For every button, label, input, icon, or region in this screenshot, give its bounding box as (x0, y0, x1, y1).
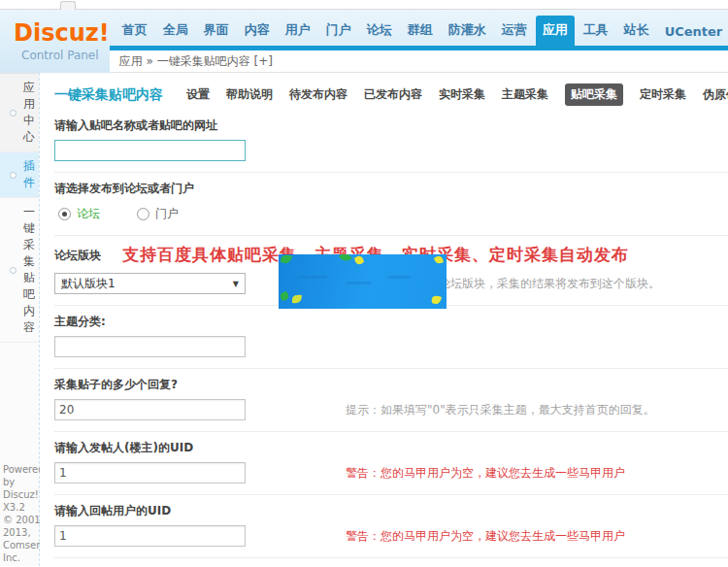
bullet-circle-icon (10, 172, 17, 179)
forum-block-label: 论坛版块 (54, 248, 101, 264)
tab[interactable]: 待发布内容 (289, 86, 347, 103)
radio-forum-label: 论坛 (77, 206, 100, 222)
nav-item[interactable]: 门户 (319, 16, 358, 46)
tieba-name-input[interactable] (54, 140, 246, 161)
sidebar: 应用中心 插件 一键采集贴吧内容 Powered by Discuz! X3.2… (0, 73, 40, 566)
field-tieba-name: 请输入贴吧名称或者贴吧的网址 (54, 110, 728, 173)
bullet-circle-icon (10, 110, 17, 117)
radio-forum[interactable]: 论坛 (58, 206, 100, 222)
sidebar-item[interactable]: 插件 (0, 152, 39, 198)
nav-item[interactable]: 群组 (401, 16, 440, 46)
chevron-down-icon: ▼ (233, 280, 239, 288)
sidebar-menu: 应用中心 插件 一键采集贴吧内容 (0, 73, 39, 343)
nav-item[interactable]: 防灌水 (442, 16, 493, 46)
poster-uid-input[interactable] (54, 462, 246, 484)
top-nav: 首页全局界面内容用户门户论坛群组防灌水运营应用工具站长UCenter (110, 10, 728, 46)
nav-item[interactable]: 内容 (238, 16, 277, 46)
tab[interactable]: 实时采集 (439, 86, 485, 103)
browser-edge-strip (0, 0, 728, 10)
radio-portal[interactable]: 门户 (137, 206, 179, 222)
radio-selected-icon (58, 208, 71, 220)
topic-category-input[interactable] (54, 336, 246, 357)
field-replier-uid: 请输入回帖用户的UID 警告：您的马甲用户为空，建议您去生成一些马甲用户 (54, 495, 728, 558)
bullet-circle-icon (10, 267, 17, 274)
tieba-name-label: 请输入贴吧名称或者贴吧的网址 (54, 117, 728, 134)
tab[interactable]: 设置 (186, 86, 210, 103)
body: 应用中心 插件 一键采集贴吧内容 Powered by Discuz! X3.2… (0, 73, 728, 566)
nav-item[interactable]: 全局 (156, 16, 195, 46)
publish-target-label: 请选择发布到论坛或者门户 (54, 181, 728, 197)
nav-item[interactable]: 应用 (536, 16, 575, 46)
nav-item[interactable]: 首页 (116, 16, 154, 46)
breadcrumb: 应用 » 一键采集贴吧内容 [+] (110, 50, 728, 73)
nav-item[interactable]: 论坛 (360, 16, 399, 46)
field-poster-uid: 请输入发帖人(楼主)的UID 警告：您的马甲用户为空，建议您去生成一些马甲用户 (54, 432, 728, 495)
forum-block-selected-value: 默认版块1 (61, 276, 116, 292)
radio-portal-label: 门户 (155, 206, 179, 222)
title-row: 一键采集贴吧内容 设置帮助说明待发布内容已发布内容实时采集主题采集贴吧采集定时采… (54, 83, 728, 106)
logo-block: Discuz! Control Panel (0, 10, 110, 73)
discuz-logo: Discuz! (14, 19, 110, 47)
promo-banner-image (279, 254, 447, 309)
leaf-decorations (281, 254, 444, 304)
nav-item[interactable]: 站长 (617, 16, 656, 46)
header: Discuz! Control Panel 首页全局界面内容用户门户论坛群组防灌… (0, 10, 728, 73)
nav-item[interactable]: 工具 (577, 16, 615, 46)
tab[interactable]: 贴吧采集 (565, 83, 623, 106)
plugin-tabs: 设置帮助说明待发布内容已发布内容实时采集主题采集贴吧采集定时采集伪原创注册马甲管… (186, 83, 728, 106)
nav-item[interactable]: 界面 (197, 16, 236, 46)
sidebar-item-label: 一键采集贴吧内容 (23, 204, 35, 336)
field-publish-target: 请选择发布到论坛或者门户 论坛 门户 (54, 173, 728, 236)
reply-count-label: 采集贴子的多少个回复? (54, 377, 728, 393)
replier-uid-input[interactable] (54, 525, 246, 547)
replier-uid-label: 请输入回帖用户的UID (54, 503, 728, 519)
nav-item[interactable]: 用户 (279, 16, 317, 46)
field-reply-count: 采集贴子的多少个回复? 提示：如果填写"0"表示只采集主题，最大支持首页的回复。 (54, 369, 728, 432)
reply-count-input[interactable] (54, 399, 246, 420)
poster-uid-warning: 警告：您的马甲用户为空，建议您去生成一些马甲用户 (346, 465, 625, 482)
forum-block-select[interactable]: 默认版块1 ▼ (54, 273, 246, 294)
replier-uid-warning: 警告：您的马甲用户为空，建议您去生成一些马甲用户 (346, 528, 625, 545)
control-panel-label: Control Panel (21, 49, 110, 62)
reply-count-hint: 提示：如果填写"0"表示只采集主题，最大支持首页的回复。 (346, 402, 655, 418)
sidebar-item-label: 应用中心 (23, 80, 35, 146)
sidebar-item-label: 插件 (23, 158, 35, 191)
tab[interactable]: 主题采集 (502, 86, 548, 103)
nav-item[interactable]: 运营 (495, 16, 534, 46)
tab[interactable]: 定时采集 (640, 86, 686, 103)
browser-tab-artifact (60, 1, 76, 10)
radio-unselected-icon (137, 208, 149, 220)
field-topic-category: 主题分类: (54, 306, 728, 369)
nav-area: 首页全局界面内容用户门户论坛群组防灌水运营应用工具站长UCenter 应用 » … (110, 10, 728, 73)
nav-item[interactable]: UCenter (658, 18, 728, 46)
field-reply-duration: 回帖的总时长(单位秒) 提示：这儿的数值越大，表示回帖时间间隔也越大 (54, 558, 728, 567)
main-content: 一键采集贴吧内容 设置帮助说明待发布内容已发布内容实时采集主题采集贴吧采集定时采… (40, 73, 728, 566)
tab[interactable]: 伪原创 (703, 86, 728, 103)
sidebar-item[interactable]: 应用中心 (0, 73, 39, 152)
tab[interactable]: 帮助说明 (226, 86, 273, 103)
poster-uid-label: 请输入发帖人(楼主)的UID (54, 440, 728, 456)
discuz-admin-page: Discuz! Control Panel 首页全局界面内容用户门户论坛群组防灌… (0, 0, 728, 567)
tab[interactable]: 已发布内容 (364, 86, 422, 103)
sidebar-item[interactable]: 一键采集贴吧内容 (0, 198, 39, 343)
page-title: 一键采集贴吧内容 (54, 86, 163, 104)
publish-target-options: 论坛 门户 (54, 203, 728, 224)
topic-category-label: 主题分类: (54, 314, 728, 330)
